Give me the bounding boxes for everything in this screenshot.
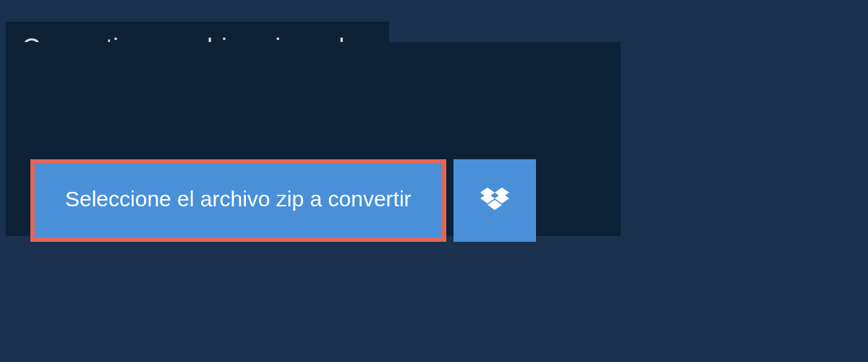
select-file-button[interactable]: Seleccione el archivo zip a convertir: [30, 159, 446, 242]
button-row: Seleccione el archivo zip a convertir: [30, 159, 536, 242]
dropbox-upload-button[interactable]: [454, 159, 536, 242]
upload-panel: Seleccione el archivo zip a convertir: [6, 42, 621, 236]
dropbox-icon: [480, 188, 509, 214]
